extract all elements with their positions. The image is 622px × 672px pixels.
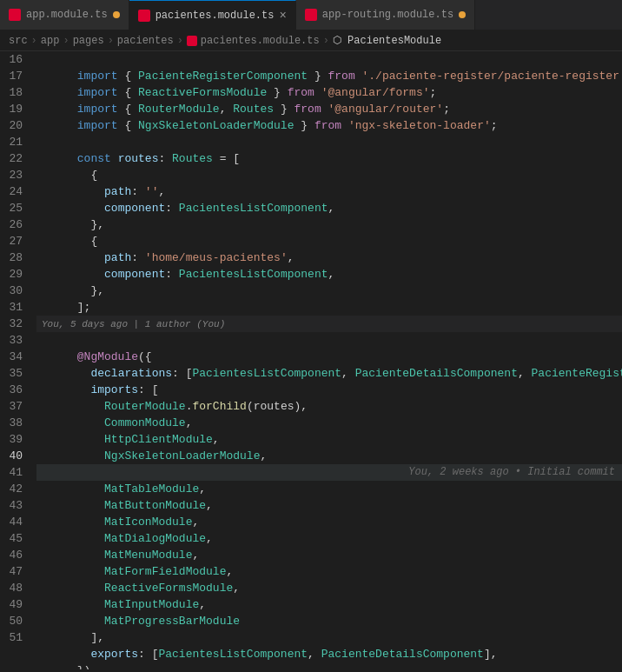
code-line-24: component: PacientesListComponent, <box>36 183 622 200</box>
code-line-43: MatDialogModule, <box>36 514 622 530</box>
breadcrumb: src › app › pages › pacientes › paciente… <box>0 30 622 51</box>
line-numbers: 16 17 18 19 20 21 22 23 24 25 26 27 28 2… <box>0 51 33 669</box>
code-line-40: MatTableModule, You, 2 weeks ago • Initi… <box>36 464 622 481</box>
code-line-31 <box>36 299 622 316</box>
code-line-20 <box>36 117 622 134</box>
code-line-38: NgxSkeletonLoaderModule, <box>36 431 622 448</box>
code-line-36: CommonModule, <box>36 398 622 415</box>
code-line-28: component: PacientesListComponent, <box>36 250 622 266</box>
tab-close-button[interactable]: × <box>279 10 286 22</box>
code-line-44: MatMenuModule, <box>36 530 622 547</box>
code-line-51: }) <box>36 646 622 662</box>
code-line-22: { <box>36 150 622 167</box>
tab-bar: app.module.ts pacientes.module.ts × app-… <box>0 0 622 30</box>
code-line-46: ReactiveFormsModule, <box>36 563 622 580</box>
code-line-48: MatProgressBarModule <box>36 596 622 613</box>
code-line-21: const routes: Routes = [ <box>36 134 622 150</box>
modified-dot <box>459 11 466 18</box>
code-line-27: path: 'home/meus-pacientes', <box>36 233 622 250</box>
tab-label: app.module.ts <box>26 9 108 21</box>
code-line-37: HttpClientModule, <box>36 415 622 431</box>
code-line-49: ], <box>36 613 622 629</box>
code-line-35: RouterModule.forChild(routes), <box>36 382 622 398</box>
code-line-25: }, <box>36 200 622 216</box>
code-line-26: { <box>36 216 622 233</box>
code-line-18: import { RouterModule, Routes } from '@a… <box>36 84 622 101</box>
tab-label: app-routing.module.ts <box>322 9 453 21</box>
code-line-23: path: '', <box>36 167 622 183</box>
code-line-17: import { ReactiveFormsModule } from '@an… <box>36 68 622 84</box>
code-line-19: import { NgxSkeletonLoaderModule } from … <box>36 101 622 117</box>
angular-icon <box>138 10 150 22</box>
tab-label: pacientes.module.ts <box>156 10 275 22</box>
modified-dot <box>113 11 120 18</box>
code-line-16: import { PacienteRegisterComponent } fro… <box>36 51 622 68</box>
tab-app-routing[interactable]: app-routing.module.ts <box>296 0 475 30</box>
code-editor[interactable]: 16 17 18 19 20 21 22 23 24 25 26 27 28 2… <box>0 51 622 669</box>
code-line-30: ]; <box>36 283 622 299</box>
code-line-42: MatIconModule, <box>36 497 622 514</box>
git-blame-header: You, 5 days ago | 1 author (You) <box>36 316 622 332</box>
code-line-45: MatFormFieldModule, <box>36 547 622 563</box>
code-line-29: }, <box>36 266 622 283</box>
angular-breadcrumb-icon <box>187 36 197 46</box>
code-line-47: MatInputModule, <box>36 580 622 596</box>
code-line-41: MatButtonModule, <box>36 481 622 497</box>
code-line-33: declarations: [PacientesListComponent, P… <box>36 349 622 365</box>
code-line-34: imports: [ <box>36 365 622 382</box>
code-lines: import { PacienteRegisterComponent } fro… <box>33 51 622 669</box>
git-inline-annotation: You, 2 weeks ago • Initial commit <box>408 464 622 481</box>
code-line-50: exports: [PacientesListComponent, Pacien… <box>36 629 622 646</box>
code-line-39: MatListModule, <box>36 448 622 464</box>
tab-app-module[interactable]: app.module.ts <box>0 0 129 30</box>
tab-pacientes-module[interactable]: pacientes.module.ts × <box>129 0 296 30</box>
angular-icon <box>9 9 21 21</box>
code-line-32: @NgModule({ <box>36 332 622 349</box>
angular-icon <box>305 9 317 21</box>
